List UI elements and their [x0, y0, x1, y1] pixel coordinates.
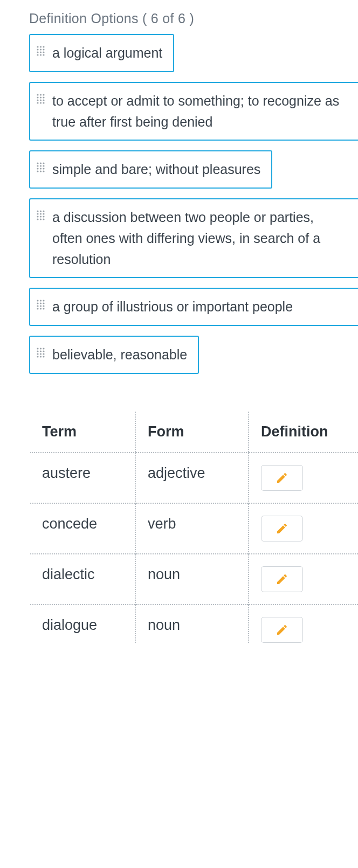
th-form: Form: [135, 412, 249, 453]
svg-point-71: [43, 356, 44, 357]
drag-handle-icon[interactable]: [37, 46, 45, 58]
drag-handle-icon[interactable]: [37, 348, 45, 359]
edit-definition-button[interactable]: [261, 465, 303, 491]
svg-point-15: [37, 96, 38, 98]
svg-point-40: [40, 213, 42, 214]
edit-definition-button[interactable]: [261, 516, 303, 541]
cell-form: verb: [135, 503, 249, 554]
svg-point-47: [43, 218, 44, 220]
cell-form: noun: [135, 605, 249, 643]
svg-point-45: [37, 218, 38, 220]
table-row: dialectic noun: [30, 554, 358, 605]
svg-point-51: [37, 303, 38, 304]
definition-option[interactable]: a group of illustrious or important peop…: [29, 288, 358, 326]
definition-option[interactable]: believable, reasonable: [29, 336, 199, 374]
cell-form: noun: [135, 554, 249, 605]
cell-term: austere: [30, 453, 135, 503]
option-text: simple and bare; without pleasures: [52, 159, 260, 180]
svg-point-55: [40, 305, 42, 307]
svg-point-48: [37, 300, 38, 302]
terms-table: Term Form Definition austere adjective: [30, 412, 358, 643]
option-text: believable, reasonable: [52, 344, 187, 365]
section-title: Definition Options ( 6 of 6 ): [29, 11, 358, 26]
svg-point-5: [43, 48, 44, 50]
drag-handle-icon[interactable]: [37, 94, 45, 106]
option-text: to accept or admit to something; to reco…: [52, 91, 347, 133]
svg-point-30: [37, 168, 38, 170]
svg-point-10: [40, 54, 42, 55]
svg-point-43: [40, 216, 42, 217]
cell-form: adjective: [135, 453, 249, 503]
edit-definition-button[interactable]: [261, 566, 303, 592]
svg-point-61: [40, 348, 42, 349]
svg-point-17: [43, 96, 44, 98]
svg-point-16: [40, 96, 42, 98]
svg-point-49: [40, 300, 42, 302]
cell-term: concede: [30, 503, 135, 554]
definition-option[interactable]: a logical argument: [29, 34, 174, 72]
svg-point-25: [40, 163, 42, 164]
svg-point-9: [37, 54, 38, 55]
svg-point-20: [43, 99, 44, 101]
table-row: concede verb: [30, 503, 358, 554]
svg-point-46: [40, 218, 42, 220]
pencil-icon: [276, 623, 288, 636]
cell-definition: [249, 554, 358, 605]
cell-term: dialogue: [30, 605, 135, 643]
svg-point-44: [43, 216, 44, 217]
svg-point-69: [37, 356, 38, 357]
table-row: austere adjective: [30, 453, 358, 503]
svg-point-53: [43, 303, 44, 304]
svg-point-0: [37, 46, 38, 47]
drag-handle-icon[interactable]: [37, 162, 45, 174]
svg-point-35: [43, 171, 44, 172]
svg-point-18: [37, 99, 38, 101]
svg-point-12: [37, 94, 38, 95]
svg-point-27: [37, 165, 38, 167]
svg-point-33: [37, 171, 38, 172]
svg-point-63: [37, 350, 38, 352]
edit-definition-button[interactable]: [261, 617, 303, 643]
table-row: dialogue noun: [30, 605, 358, 643]
svg-point-1: [40, 46, 42, 47]
definition-option[interactable]: to accept or admit to something; to reco…: [29, 82, 358, 141]
svg-point-29: [43, 165, 44, 167]
svg-point-65: [43, 350, 44, 352]
svg-point-34: [40, 171, 42, 172]
svg-point-36: [37, 210, 38, 212]
option-text: a group of illustrious or important peop…: [52, 296, 293, 317]
svg-point-68: [43, 353, 44, 355]
drag-handle-icon[interactable]: [37, 210, 45, 222]
option-list: a logical argument to accept or admit to…: [29, 34, 358, 374]
svg-point-21: [37, 102, 38, 103]
svg-point-14: [43, 94, 44, 95]
svg-point-50: [43, 300, 44, 302]
svg-point-52: [40, 303, 42, 304]
svg-point-13: [40, 94, 42, 95]
th-definition: Definition: [249, 412, 358, 453]
definition-option[interactable]: a discussion between two people or parti…: [29, 198, 358, 278]
drag-handle-icon[interactable]: [37, 300, 45, 311]
definition-option[interactable]: simple and bare; without pleasures: [29, 150, 272, 189]
svg-point-54: [37, 305, 38, 307]
th-term: Term: [30, 412, 135, 453]
cell-definition: [249, 503, 358, 554]
svg-point-2: [43, 46, 44, 47]
svg-point-59: [43, 308, 44, 310]
cell-definition: [249, 605, 358, 643]
svg-point-57: [37, 308, 38, 310]
svg-point-11: [43, 54, 44, 55]
svg-point-60: [37, 348, 38, 349]
pencil-icon: [276, 573, 288, 586]
svg-point-3: [37, 48, 38, 50]
svg-point-4: [40, 48, 42, 50]
svg-point-67: [40, 353, 42, 355]
svg-point-19: [40, 99, 42, 101]
svg-point-70: [40, 356, 42, 357]
svg-point-22: [40, 102, 42, 103]
svg-point-39: [37, 213, 38, 214]
svg-point-66: [37, 353, 38, 355]
svg-point-31: [40, 168, 42, 170]
svg-point-38: [43, 210, 44, 212]
cell-definition: [249, 453, 358, 503]
